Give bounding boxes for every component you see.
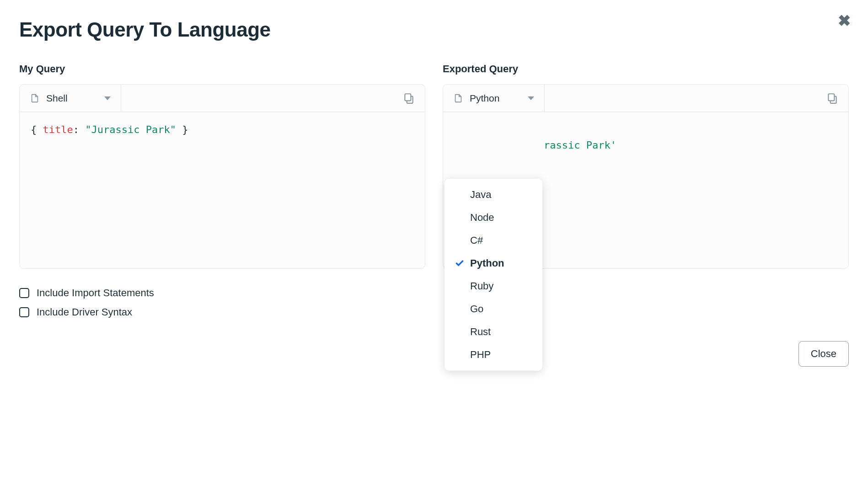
my-query-code[interactable]: { title: "Jurassic Park" } [20,112,425,268]
include-driver-syntax-option[interactable]: Include Driver Syntax [19,306,425,318]
my-query-language-label: Shell [46,93,98,104]
include-import-statements-option[interactable]: Include Import Statements [19,287,425,299]
dropdown-item-java[interactable]: Java [445,183,542,206]
my-query-panel: My Query Shell [19,63,425,318]
dropdown-item-rust[interactable]: Rust [445,320,542,343]
svg-rect-1 [405,94,411,101]
my-query-codebox: Shell { title: "Jurassic Park" } [19,84,425,269]
exported-query-panel: Exported Query Python [443,63,849,318]
checkbox-icon [19,288,29,298]
caret-down-icon [104,96,111,100]
dropdown-item-php[interactable]: PHP [445,343,542,366]
exported-query-language-select[interactable]: Python [443,85,545,112]
dropdown-item-node[interactable]: Node [445,206,542,229]
document-icon [453,93,463,103]
dropdown-item-csharp[interactable]: C# [445,229,542,252]
exported-query-language-label: Python [470,93,521,104]
include-driver-syntax-label: Include Driver Syntax [37,306,132,318]
copy-button[interactable] [816,85,848,112]
check-icon [455,258,465,268]
dropdown-item-go[interactable]: Go [445,298,542,320]
my-query-heading: My Query [19,63,425,75]
my-query-header: Shell [20,85,425,112]
exported-query-header: Python [443,85,848,112]
close-icon[interactable]: ✖ [838,13,851,28]
copy-button[interactable] [393,85,425,112]
dropdown-item-ruby[interactable]: Ruby [445,275,542,298]
exported-query-heading: Exported Query [443,63,849,75]
svg-rect-3 [828,94,834,101]
document-icon [30,93,40,103]
checkbox-icon [19,307,29,317]
close-button[interactable]: Close [798,341,849,367]
export-options: Include Import Statements Include Driver… [19,287,425,318]
language-dropdown-menu: Java Node C# Python [445,179,542,371]
dropdown-item-python[interactable]: Python [445,252,542,275]
caret-down-icon [528,96,534,100]
modal-title: Export Query To Language [19,18,849,41]
my-query-language-select[interactable]: Shell [20,85,121,112]
include-import-statements-label: Include Import Statements [37,287,154,299]
